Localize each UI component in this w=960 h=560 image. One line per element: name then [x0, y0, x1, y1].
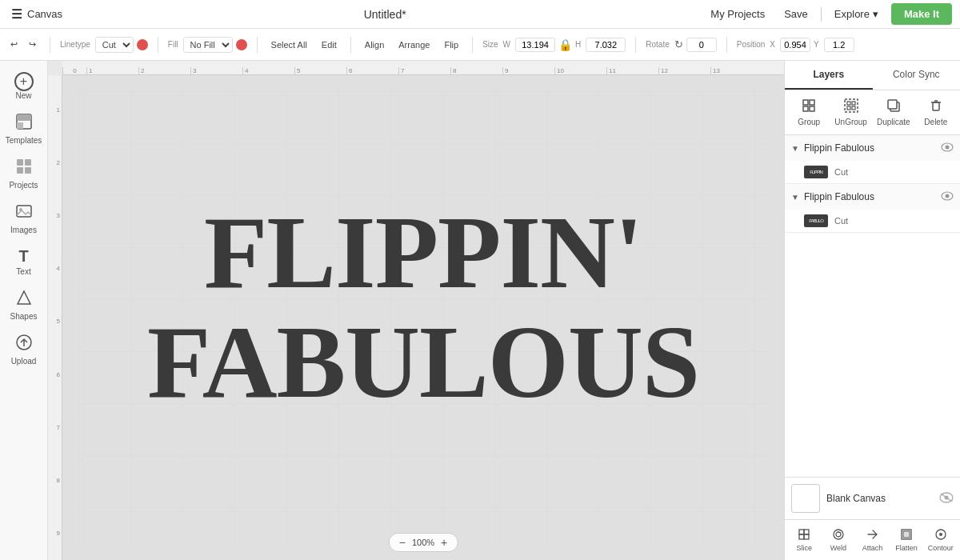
layer-item-1[interactable]: FLIPPIN Cut — [785, 161, 960, 183]
zoom-minus-button[interactable]: − — [396, 536, 409, 549]
toolbar-sep-4 — [350, 37, 351, 53]
attach-button[interactable]: Attach — [856, 525, 889, 555]
sidebar-item-new[interactable]: + New — [3, 67, 45, 105]
svg-rect-14 — [803, 106, 808, 111]
contour-button[interactable]: Contour — [924, 525, 957, 555]
save-button[interactable]: Save — [778, 5, 814, 23]
redo-button[interactable]: ↪ — [25, 37, 40, 52]
tab-color-sync[interactable]: Color Sync — [873, 61, 961, 90]
svg-rect-35 — [799, 534, 804, 539]
sidebar-item-shapes[interactable]: Shapes — [3, 284, 45, 326]
slice-button[interactable]: Slice — [788, 525, 821, 555]
canvas-text-container[interactable]: FLIPPIN' FABULOUS — [147, 198, 699, 416]
flatten-icon — [900, 528, 913, 542]
svg-point-29 — [946, 194, 950, 198]
layer-thumb-2: FABULO — [804, 214, 828, 227]
svg-rect-22 — [888, 100, 897, 109]
shapes-icon — [15, 289, 33, 310]
menu-button[interactable]: ☰ Canvas — [8, 3, 66, 25]
duplicate-button[interactable]: Duplicate — [874, 95, 914, 130]
panel-actions: Group UnGroup Duplicate Delete — [785, 90, 960, 135]
zoom-plus-button[interactable]: + — [438, 536, 450, 549]
rotate-input[interactable] — [686, 38, 717, 52]
size-h-input[interactable] — [586, 38, 626, 52]
upload-icon — [15, 334, 33, 355]
linetype-group: Linetype Cut — [60, 37, 148, 53]
edit-button[interactable]: Edit — [318, 38, 341, 52]
right-panel: Layers Color Sync Group UnGroup D — [784, 61, 960, 560]
sidebar-item-upload[interactable]: Upload — [3, 329, 45, 370]
delete-icon — [929, 98, 943, 116]
size-w-label: W — [503, 40, 510, 49]
blank-canvas-section: Blank Canvas — [785, 477, 960, 519]
layer-eye-1[interactable] — [941, 142, 954, 154]
linetype-select[interactable]: Cut — [95, 37, 134, 53]
ungroup-button[interactable]: UnGroup — [831, 95, 870, 130]
app-name: Canvas — [27, 8, 62, 20]
linetype-label: Linetype — [60, 40, 90, 49]
layer-item-2[interactable]: FABULO Cut — [785, 210, 960, 232]
svg-rect-40 — [903, 531, 910, 538]
position-y-input[interactable] — [824, 38, 854, 52]
svg-rect-18 — [852, 102, 855, 105]
size-w-input[interactable] — [515, 38, 555, 52]
group-button[interactable]: Group — [790, 95, 828, 130]
svg-rect-12 — [803, 100, 808, 105]
sidebar-item-templates[interactable]: Templates — [3, 108, 45, 150]
svg-rect-20 — [852, 106, 855, 110]
svg-rect-23 — [933, 102, 939, 110]
tab-layers[interactable]: Layers — [785, 61, 873, 90]
layer-group-header-1[interactable]: ▼ Flippin Fabulous — [785, 135, 960, 161]
toolbar: ↩ ↪ Linetype Cut Fill No Fill Select All… — [0, 29, 960, 61]
layer-eye-2[interactable] — [941, 190, 954, 203]
text-icon: T — [18, 247, 28, 266]
delete-button[interactable]: Delete — [917, 95, 955, 130]
svg-rect-1 — [17, 114, 31, 121]
explore-button[interactable]: Explore ▾ — [828, 5, 885, 23]
layer-cut-1: Cut — [834, 167, 848, 177]
layers-content: ▼ Flippin Fabulous FLIPPIN Cut ▼ Flippin… — [785, 135, 960, 477]
select-all-button[interactable]: Select All — [267, 38, 311, 52]
layer-group-header-2[interactable]: ▼ Flippin Fabulous — [785, 184, 960, 210]
svg-line-32 — [941, 494, 952, 502]
size-label: Size — [482, 40, 498, 49]
fill-select[interactable]: No Fill — [183, 37, 233, 53]
sidebar-label-shapes: Shapes — [10, 312, 38, 321]
layer-cut-2: Cut — [834, 216, 848, 226]
make-it-button[interactable]: Make It — [891, 3, 952, 25]
hide-canvas-icon[interactable] — [939, 492, 954, 506]
weld-button[interactable]: Weld — [822, 525, 855, 555]
arrange-button[interactable]: Arrange — [394, 38, 434, 52]
sidebar-item-images[interactable]: Images — [3, 198, 45, 239]
contour-icon — [934, 528, 947, 542]
hamburger-icon: ☰ — [11, 6, 22, 22]
fill-color-swatch[interactable] — [236, 39, 247, 50]
canvas-text-line1[interactable]: FLIPPIN' — [204, 198, 642, 307]
size-group: Size W 🔒 H — [482, 38, 626, 52]
zoom-bar: − 100% + — [389, 533, 458, 552]
my-projects-button[interactable]: My Projects — [704, 5, 771, 23]
blank-canvas-swatch[interactable] — [791, 484, 820, 513]
canvas-area: 0 1 2 3 4 5 6 7 8 9 10 11 12 13 1 2 3 4 — [48, 61, 784, 560]
toolbar-sep-6 — [635, 37, 636, 53]
flatten-label: Flatten — [895, 544, 918, 552]
undo-button[interactable]: ↩ — [6, 37, 22, 52]
align-button[interactable]: Align — [361, 38, 388, 52]
sidebar-item-text[interactable]: T Text — [3, 242, 45, 281]
layer-thumb-1: FLIPPIN — [804, 166, 828, 178]
flatten-button[interactable]: Flatten — [890, 525, 923, 555]
svg-rect-5 — [17, 167, 23, 174]
svg-point-27 — [946, 146, 950, 150]
linetype-color-swatch[interactable] — [137, 39, 148, 50]
weld-label: Weld — [830, 544, 846, 552]
position-label: Position — [737, 40, 766, 49]
topbar-center: Untitled* — [75, 8, 694, 21]
position-x-input[interactable] — [780, 38, 810, 52]
canvas-text-line2[interactable]: FABULOUS — [147, 306, 699, 415]
flip-button[interactable]: Flip — [440, 38, 462, 52]
ruler-top: 0 1 2 3 4 5 6 7 8 9 10 11 12 13 — [62, 61, 784, 75]
svg-rect-17 — [847, 102, 850, 105]
canvas-scroll[interactable]: FLIPPIN' FABULOUS − 100% + — [62, 75, 784, 560]
sidebar-item-projects[interactable]: Projects — [3, 153, 45, 194]
layer-group-name-1: Flippin Fabulous — [804, 142, 936, 154]
